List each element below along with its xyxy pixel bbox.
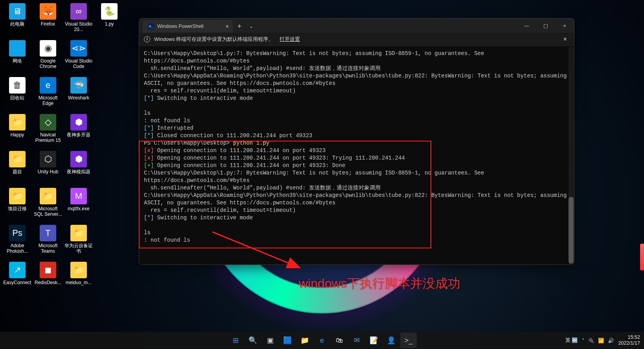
terminal-window: >_ Windows PowerShell × + ⌄ — ▢ × i Wind… <box>139 18 574 265</box>
search-button[interactable]: 🔍 <box>245 332 261 348</box>
app-icon: T <box>40 225 56 241</box>
desktop-icon[interactable]: PsAdobe Photosh... <box>2 225 32 254</box>
icon-label: 夜神模拟器 <box>64 169 94 174</box>
open-settings-link[interactable]: 打开设置 <box>280 36 300 43</box>
desktop-icon[interactable]: 📁Happy <box>2 114 32 138</box>
titlebar: >_ Windows PowerShell × + ⌄ — ▢ × <box>139 18 574 33</box>
tray-icon[interactable]: ˄ <box>582 338 585 343</box>
icon-label: Visual Studio 20... <box>64 21 94 32</box>
desktop-icon[interactable]: 🗑回收站 <box>2 77 32 101</box>
tray-icon[interactable]: 🔊 <box>608 338 614 343</box>
icon-label: 夜神多开器 <box>64 132 94 138</box>
app-icon: ⬡ <box>40 151 56 167</box>
icon-label: Wireshark <box>64 95 94 101</box>
clock-date: 2022/1/17 <box>618 340 640 346</box>
app1-button[interactable]: 👤 <box>383 332 399 348</box>
desktop-icon[interactable]: TMicrosoft Teams <box>33 225 63 254</box>
new-tab-button[interactable]: + <box>233 20 246 33</box>
desktop-icon[interactable]: 📁华为云设备证书 <box>64 225 94 254</box>
desktop-icon[interactable]: 🐍1.py <box>94 3 124 27</box>
app-icon: ⋖⋗ <box>70 40 87 57</box>
app-icon: ◇ <box>40 114 56 130</box>
desktop-icon[interactable]: ⬢夜神模拟器 <box>64 151 94 174</box>
icon-label: 回收站 <box>2 95 32 101</box>
todo-button[interactable]: 📝 <box>366 332 382 348</box>
desktop-icon[interactable]: 📁项目迁移 <box>2 188 32 211</box>
app-icon: 📁 <box>9 188 26 204</box>
desktop-icon[interactable]: 📁meiduo_m... <box>64 262 94 285</box>
icon-label: meiduo_m... <box>64 280 94 285</box>
icon-label: Firefox <box>33 21 63 27</box>
desktop-icon[interactable]: ◉Google Chrome <box>33 40 63 69</box>
desktop-icon[interactable]: 🦊Firefox <box>33 3 63 27</box>
right-edge-indicator <box>640 244 644 270</box>
icon-label: Navicat Premium 15 <box>33 132 63 143</box>
app-icon: ↗ <box>9 262 26 278</box>
desktop-icon[interactable]: 🖥此电脑 <box>2 3 32 27</box>
desktop-icon[interactable]: ∞Visual Studio 20... <box>64 3 94 32</box>
desktop-icon[interactable]: 📁题目 <box>2 151 32 174</box>
tab-dropdown-button[interactable]: ⌄ <box>246 20 256 33</box>
tab-close-button[interactable]: × <box>226 23 229 29</box>
desktop-icon[interactable]: ◇Navicat Premium 15 <box>33 114 63 143</box>
system-tray[interactable]: ˄🔌📶🔊 <box>582 338 614 343</box>
icon-label: 华为云设备证书 <box>64 243 94 254</box>
tray-icon[interactable]: 🔌 <box>588 338 594 343</box>
tray-icon[interactable]: 📶 <box>598 338 604 343</box>
app-icon: 🗑 <box>9 77 26 94</box>
desktop-icon[interactable]: ⬡Unity Hub <box>33 151 63 174</box>
window-buttons: — ▢ × <box>517 18 574 33</box>
desktop-icon[interactable]: 🦈Wireshark <box>64 77 94 101</box>
icon-label: Microsoft Teams <box>33 243 63 254</box>
info-icon: i <box>144 36 150 42</box>
minimize-button[interactable]: — <box>517 18 536 33</box>
info-bar: i Windows 终端可在设置中设置为默认终端应用程序。 打开设置 × <box>139 33 574 46</box>
desktop-icon[interactable]: Mmqttfx.exe <box>64 188 94 211</box>
explorer-button[interactable]: 📁 <box>296 332 313 348</box>
maximize-button[interactable]: ▢ <box>536 18 555 33</box>
powershell-icon: >_ <box>148 23 154 29</box>
app-icon: 🐍 <box>101 3 118 20</box>
desktop-icon[interactable]: ⬢夜神多开器 <box>64 114 94 138</box>
desktop-icon[interactable]: 🌐网络 <box>2 40 32 64</box>
icon-label: 网络 <box>2 58 32 64</box>
app-icon: 📁 <box>40 188 56 204</box>
tab-powershell[interactable]: >_ Windows PowerShell × <box>142 20 233 33</box>
app-icon: 📁 <box>9 114 26 130</box>
desktop-icon[interactable]: ◼RedisDesk... <box>33 262 63 285</box>
desktop-icon[interactable]: 📁Microsoft SQL Server... <box>33 188 63 217</box>
clock[interactable]: 15:52 2022/1/17 <box>618 334 640 346</box>
icon-label: Adobe Photosh... <box>2 243 32 254</box>
desktop-icon[interactable]: ↗EasyConnect <box>2 262 32 285</box>
start-button[interactable]: ⊞ <box>227 332 244 348</box>
close-button[interactable]: × <box>555 18 574 33</box>
mail-button[interactable]: ✉ <box>348 332 365 348</box>
icon-label: 题目 <box>2 169 32 174</box>
app-icon: ◼ <box>40 262 56 278</box>
icon-label: Happy <box>2 132 32 138</box>
terminal-button[interactable]: >_ <box>400 332 417 348</box>
icon-label: Microsoft Edge <box>33 95 63 106</box>
scrollbar-thumb[interactable] <box>569 197 574 264</box>
info-close-button[interactable]: × <box>561 35 569 44</box>
desktop-icon[interactable]: eMicrosoft Edge <box>33 77 63 106</box>
edge-button[interactable]: e <box>314 332 330 348</box>
task-view-button[interactable]: ▣ <box>262 332 278 348</box>
app-icon: e <box>40 77 56 94</box>
ime-indicator[interactable]: 英 🔤 <box>565 337 578 344</box>
info-text: Windows 终端可在设置中设置为默认终端应用程序。 <box>154 36 273 43</box>
app-icon: ⬢ <box>70 151 87 167</box>
app-icon: 🌐 <box>9 40 26 57</box>
desktop-icon[interactable]: ⋖⋗Visual Studio Code <box>64 40 94 69</box>
icon-label: 此电脑 <box>2 21 32 27</box>
app-icon: ∞ <box>70 3 87 20</box>
app-icon: ⬢ <box>70 114 87 130</box>
app-icon: 📁 <box>70 225 87 241</box>
taskbar: ⊞🔍▣🟦📁e🛍✉📝👤>_ 英 🔤 ˄🔌📶🔊 15:52 2022/1/17 <box>0 332 644 349</box>
terminal-body[interactable]: C:\Users\Happy\Desktop\1.py:7: BytesWarn… <box>139 46 574 265</box>
app-icon: M <box>70 188 87 204</box>
icon-label: Google Chrome <box>33 58 63 69</box>
widget-button[interactable]: 🟦 <box>279 332 296 348</box>
icon-label: 1.py <box>94 21 124 27</box>
store-button[interactable]: 🛍 <box>331 332 348 348</box>
